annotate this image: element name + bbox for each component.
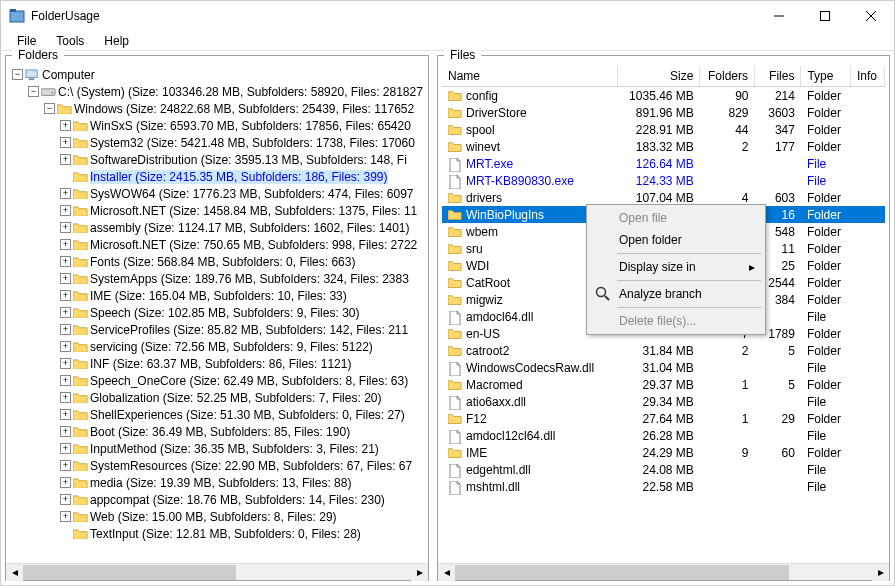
menu-help[interactable]: Help (96, 32, 137, 50)
maximize-button[interactable] (802, 1, 848, 31)
table-row[interactable]: WindowsCodecsRaw.dll31.04 MBFile (442, 359, 885, 376)
file-icon (448, 464, 462, 476)
tree-row[interactable]: +appcompat (Size: 18.76 MB, Subfolders: … (60, 491, 424, 508)
expander-icon[interactable]: + (60, 392, 71, 403)
tree-row[interactable]: Installer (Size: 2415.35 MB, Subfolders:… (60, 168, 424, 185)
ctx-open-folder[interactable]: Open folder (589, 229, 763, 251)
expander-icon[interactable]: + (60, 120, 71, 131)
table-row[interactable]: catroot231.84 MB25Folder (442, 342, 885, 359)
expander-icon[interactable]: + (60, 256, 71, 267)
expander-icon[interactable]: + (60, 205, 71, 216)
col-folders[interactable]: Folders (700, 66, 755, 87)
tree-row[interactable]: +ServiceProfiles (Size: 85.82 MB, Subfol… (60, 321, 424, 338)
table-row[interactable]: DriverStore891.96 MB8293603Folder (442, 104, 885, 121)
tree-row[interactable]: +SystemResources (Size: 22.90 MB, Subfol… (60, 457, 424, 474)
tree-row[interactable]: +ShellExperiences (Size: 51.30 MB, Subfo… (60, 406, 424, 423)
expander-icon[interactable]: + (60, 154, 71, 165)
scroll-left-button[interactable]: ◂ (6, 564, 23, 581)
tree-row[interactable]: +Microsoft.NET (Size: 1458.84 MB, Subfol… (60, 202, 424, 219)
table-row[interactable]: MRT-KB890830.exe124.33 MBFile (442, 172, 885, 189)
table-row[interactable]: IME24.29 MB960Folder (442, 444, 885, 461)
scroll-right-button[interactable]: ▸ (872, 564, 889, 581)
tree-row[interactable]: +Globalization (Size: 52.25 MB, Subfolde… (60, 389, 424, 406)
separator (617, 307, 761, 308)
col-size[interactable]: Size (617, 66, 700, 87)
tree-row-drive-c[interactable]: − C:\ (System) (Size: 103346.28 MB, Subf… (28, 83, 424, 100)
tree-row[interactable]: +SystemApps (Size: 189.76 MB, Subfolders… (60, 270, 424, 287)
expander-icon[interactable]: + (60, 358, 71, 369)
expander-icon[interactable]: + (60, 375, 71, 386)
expander-icon[interactable]: + (60, 239, 71, 250)
table-row[interactable]: config1035.46 MB90214Folder (442, 87, 885, 105)
folder-icon (73, 528, 88, 540)
expander-icon[interactable]: + (60, 290, 71, 301)
expander-icon[interactable]: − (12, 69, 23, 80)
col-type[interactable]: Type (801, 66, 851, 87)
table-row[interactable]: spool228.91 MB44347Folder (442, 121, 885, 138)
tree-row[interactable]: +servicing (Size: 72.56 MB, Subfolders: … (60, 338, 424, 355)
minimize-button[interactable] (756, 1, 802, 31)
tree-row[interactable]: +media (Size: 19.39 MB, Subfolders: 13, … (60, 474, 424, 491)
tree-row-windows[interactable]: − Windows (Size: 24822.68 MB, Subfolders… (44, 100, 424, 117)
expander-icon[interactable]: + (60, 477, 71, 488)
expander-icon[interactable]: + (60, 426, 71, 437)
tree-row[interactable]: +Boot (Size: 36.49 MB, Subfolders: 85, F… (60, 423, 424, 440)
expander-icon[interactable]: − (44, 103, 55, 114)
expander-icon[interactable]: + (60, 324, 71, 335)
tree-row[interactable]: +InputMethod (Size: 36.35 MB, Subfolders… (60, 440, 424, 457)
expander-icon[interactable]: + (60, 443, 71, 454)
folders-h-scrollbar[interactable]: ◂ ▸ (6, 563, 428, 580)
cell-type: Folder (801, 104, 851, 121)
expander-icon[interactable]: + (60, 273, 71, 284)
col-name[interactable]: Name (442, 66, 617, 87)
table-row[interactable]: F1227.64 MB129Folder (442, 410, 885, 427)
file-name: CatRoot (466, 276, 510, 290)
tree-row[interactable]: +Fonts (Size: 568.84 MB, Subfolders: 0, … (60, 253, 424, 270)
tree-row[interactable]: +Speech_OneCore (Size: 62.49 MB, Subfold… (60, 372, 424, 389)
expander-icon[interactable]: + (60, 307, 71, 318)
expander-icon[interactable]: + (60, 460, 71, 471)
tree-row[interactable]: +SoftwareDistribution (Size: 3595.13 MB,… (60, 151, 424, 168)
expander-icon[interactable]: + (60, 409, 71, 420)
cell-info (850, 393, 884, 410)
expander-icon[interactable]: + (60, 494, 71, 505)
expander-icon[interactable]: + (60, 511, 71, 522)
table-row[interactable]: atio6axx.dll29.34 MBFile (442, 393, 885, 410)
expander-icon[interactable]: + (60, 341, 71, 352)
files-list-body[interactable]: Name Size Folders Files Type Info config… (438, 62, 889, 563)
cell-files (755, 393, 801, 410)
tree-row[interactable]: +assembly (Size: 1124.17 MB, Subfolders:… (60, 219, 424, 236)
ctx-display-size[interactable]: Display size in▸ (589, 256, 763, 278)
files-panel: Files Name Size Folders Files Type Info … (437, 55, 890, 581)
folders-tree-body[interactable]: − Computer − C:\ (System) (Size: 103346.… (6, 62, 428, 563)
tree-row[interactable]: +Speech (Size: 102.85 MB, Subfolders: 9,… (60, 304, 424, 321)
tree-row[interactable]: +IME (Size: 165.04 MB, Subfolders: 10, F… (60, 287, 424, 304)
table-row[interactable]: amdocl12cl64.dll26.28 MBFile (442, 427, 885, 444)
tree-row[interactable]: +System32 (Size: 5421.48 MB, Subfolders:… (60, 134, 424, 151)
tree-row-computer[interactable]: − Computer (12, 66, 424, 83)
folder-icon (448, 124, 462, 136)
tree-row[interactable]: +Web (Size: 15.00 MB, Subfolders: 8, Fil… (60, 508, 424, 525)
expander-icon[interactable]: − (28, 86, 39, 97)
table-row[interactable]: MRT.exe126.64 MBFile (442, 155, 885, 172)
close-button[interactable] (848, 1, 894, 31)
table-row[interactable]: Macromed29.37 MB15Folder (442, 376, 885, 393)
tree-row[interactable]: +Microsoft.NET (Size: 750.65 MB, Subfold… (60, 236, 424, 253)
expander-icon[interactable]: + (60, 188, 71, 199)
table-row[interactable]: edgehtml.dll24.08 MBFile (442, 461, 885, 478)
tree-row[interactable]: +WinSxS (Size: 6593.70 MB, Subfolders: 1… (60, 117, 424, 134)
scroll-left-button[interactable]: ◂ (438, 564, 455, 581)
scroll-right-button[interactable]: ▸ (411, 564, 428, 581)
col-info[interactable]: Info (850, 66, 884, 87)
table-row[interactable]: mshtml.dll22.58 MBFile (442, 478, 885, 495)
files-h-scrollbar[interactable]: ◂ ▸ (438, 563, 889, 580)
expander-icon[interactable]: + (60, 222, 71, 233)
folder-icon (73, 239, 88, 251)
expander-icon[interactable]: + (60, 137, 71, 148)
table-row[interactable]: winevt183.32 MB2177Folder (442, 138, 885, 155)
tree-row[interactable]: +INF (Size: 63.37 MB, Subfolders: 86, Fi… (60, 355, 424, 372)
tree-row[interactable]: +SysWOW64 (Size: 1776.23 MB, Subfolders:… (60, 185, 424, 202)
col-files[interactable]: Files (755, 66, 801, 87)
ctx-analyze-branch[interactable]: Analyze branch (589, 283, 763, 305)
tree-row[interactable]: TextInput (Size: 12.81 MB, Subfolders: 0… (60, 525, 424, 542)
